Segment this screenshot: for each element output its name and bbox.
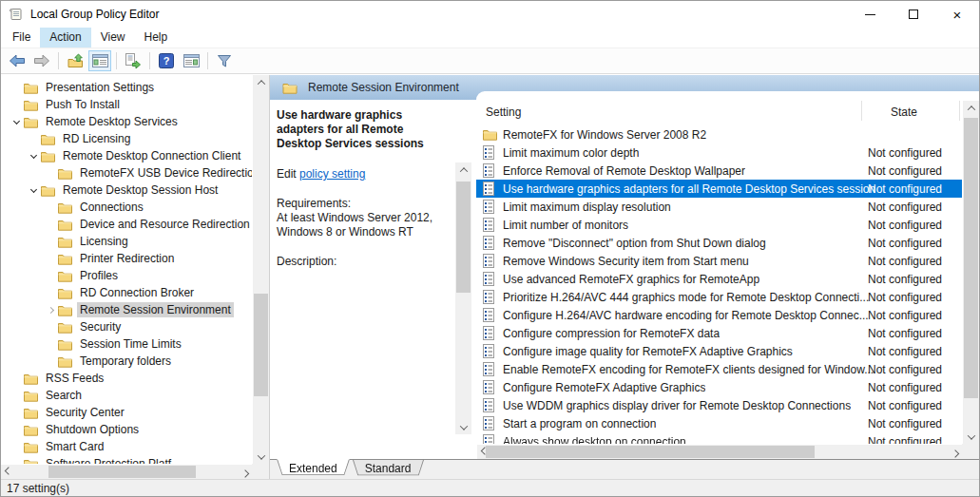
setting-row[interactable]: Configure image quality for RemoteFX Ada… xyxy=(476,342,962,360)
setting-label[interactable]: Prioritize H.264/AVC 444 graphics mode f… xyxy=(503,291,869,304)
tree-item-label[interactable]: RSS Feeds xyxy=(43,371,106,386)
setting-label[interactable]: Configure RemoteFX Adaptive Graphics xyxy=(503,381,705,394)
filter-button[interactable] xyxy=(213,50,236,71)
tree-item-label[interactable]: Shutdown Options xyxy=(43,422,142,437)
forward-button[interactable] xyxy=(30,50,53,71)
setting-label[interactable]: Enforce Removal of Remote Desktop Wallpa… xyxy=(503,164,745,178)
tree-item[interactable]: Security xyxy=(1,318,252,335)
view-tab[interactable]: Standard xyxy=(353,460,424,478)
tree-item[interactable]: Connections xyxy=(1,199,252,216)
tree-item[interactable]: Remote Session Environment xyxy=(1,301,252,318)
tree-item[interactable]: Remote Desktop Services xyxy=(1,113,252,130)
setting-row[interactable]: Prioritize H.264/AVC 444 graphics mode f… xyxy=(476,288,962,306)
maximize-button[interactable] xyxy=(892,1,935,28)
list-horizontal-scrollbar[interactable] xyxy=(477,445,962,459)
menu-item[interactable]: View xyxy=(91,28,135,48)
tree-item-label[interactable]: RD Licensing xyxy=(60,131,133,146)
setting-row[interactable]: Limit maximum display resolution Not con… xyxy=(476,198,962,216)
tree-item[interactable]: RSS Feeds xyxy=(1,370,252,387)
policy-setting-link[interactable]: policy setting xyxy=(299,167,365,181)
setting-row[interactable]: Enable RemoteFX encoding for RemoteFX cl… xyxy=(476,360,962,378)
setting-column-header[interactable]: Setting xyxy=(486,105,521,119)
tree-item-label[interactable]: Connections xyxy=(77,200,146,215)
tree-item[interactable]: Temporary folders xyxy=(1,353,252,370)
expand-chevron-icon[interactable] xyxy=(47,306,53,313)
tree-item[interactable]: Remote Desktop Session Host xyxy=(1,182,252,199)
setting-row[interactable]: Enforce Removal of Remote Desktop Wallpa… xyxy=(476,162,962,180)
show-console-tree-button[interactable] xyxy=(88,50,111,71)
tree-item-label[interactable]: Search xyxy=(43,388,85,403)
help-button[interactable]: ? xyxy=(155,50,178,71)
tree-item-label[interactable]: Remote Desktop Connection Client xyxy=(60,148,243,163)
tree-item-label[interactable]: Session Time Limits xyxy=(77,336,184,352)
setting-label[interactable]: Configure compression for RemoteFX data xyxy=(503,327,720,340)
column-divider[interactable] xyxy=(861,101,862,121)
setting-row[interactable]: RemoteFX for Windows Server 2008 R2 xyxy=(476,125,962,143)
tree-item-label[interactable]: Profiles xyxy=(77,268,121,283)
minimize-button[interactable] xyxy=(848,1,892,28)
setting-label[interactable]: RemoteFX for Windows Server 2008 R2 xyxy=(503,128,706,142)
tree-item[interactable]: Presentation Settings xyxy=(1,79,252,96)
tree-horizontal-scrollbar[interactable] xyxy=(1,465,252,479)
setting-label[interactable]: Configure H.264/AVC hardware encoding fo… xyxy=(503,309,869,322)
tree-item[interactable]: RD Connection Broker xyxy=(1,284,252,301)
tree-item-label[interactable]: Software Protection Platf xyxy=(43,456,174,464)
tree-item-label[interactable]: Smart Card xyxy=(43,439,106,454)
tree-item-label[interactable]: Remote Desktop Session Host xyxy=(60,182,221,198)
setting-label[interactable]: Limit maximum display resolution xyxy=(503,201,671,214)
close-button[interactable]: × xyxy=(935,1,979,28)
list-vertical-scrollbar[interactable] xyxy=(963,101,979,444)
setting-row[interactable]: Configure RemoteFX Adaptive Graphics Not… xyxy=(476,378,962,396)
setting-row[interactable]: Always show desktop on connection Not co… xyxy=(476,432,962,444)
tree-item-label[interactable]: Remote Session Environment xyxy=(77,302,234,317)
tree-item-label[interactable]: RD Connection Broker xyxy=(77,285,197,300)
tree-item[interactable]: Licensing xyxy=(1,233,252,250)
scroll-down-button[interactable] xyxy=(253,449,269,464)
tree-item-label[interactable]: Presentation Settings xyxy=(43,80,157,95)
tree-item[interactable]: Software Protection Platf xyxy=(1,455,252,464)
setting-row[interactable]: Remove "Disconnect" option from Shut Dow… xyxy=(476,234,962,252)
setting-row[interactable]: Remove Windows Security item from Start … xyxy=(476,252,962,270)
description-vertical-scrollbar[interactable] xyxy=(455,162,471,434)
tree-item-label[interactable]: Device and Resource Redirection xyxy=(77,217,252,232)
tree-item[interactable]: Remote Desktop Connection Client xyxy=(1,147,252,164)
scroll-right-button[interactable] xyxy=(948,445,962,459)
tree-item-label[interactable]: Push To Install xyxy=(43,97,123,112)
tree-vertical-scrollbar[interactable] xyxy=(253,75,269,464)
tree-item[interactable]: Session Time Limits xyxy=(1,335,252,353)
scroll-right-button[interactable] xyxy=(238,465,252,479)
setting-row[interactable]: Limit number of monitors Not configured xyxy=(476,216,962,234)
show-action-pane-button[interactable] xyxy=(180,50,202,71)
setting-row[interactable]: Start a program on connection Not config… xyxy=(476,414,962,432)
tree-item[interactable]: Security Center xyxy=(1,404,252,421)
expand-chevron-icon[interactable] xyxy=(12,117,19,124)
tree-item[interactable]: Printer Redirection xyxy=(1,250,252,267)
scroll-left-button[interactable] xyxy=(1,465,15,479)
tree-item[interactable]: Search xyxy=(1,387,252,404)
scrollbar-thumb[interactable] xyxy=(254,294,268,396)
up-one-level-button[interactable] xyxy=(64,50,86,71)
view-tab[interactable]: Extended xyxy=(277,460,350,478)
expand-chevron-icon[interactable] xyxy=(29,151,36,158)
setting-label[interactable]: Configure image quality for RemoteFX Ada… xyxy=(503,345,793,358)
tree-item[interactable]: Shutdown Options xyxy=(1,421,252,438)
export-list-button[interactable] xyxy=(122,50,144,71)
tree-item[interactable]: RD Licensing xyxy=(1,130,252,147)
setting-label[interactable]: Enable RemoteFX encoding for RemoteFX cl… xyxy=(503,363,874,376)
tree-item-label[interactable]: Printer Redirection xyxy=(77,251,177,266)
scroll-up-button[interactable] xyxy=(455,162,471,177)
setting-row[interactable]: Configure compression for RemoteFX data … xyxy=(476,324,962,342)
menu-item[interactable]: File xyxy=(3,28,40,48)
scroll-down-button[interactable] xyxy=(963,430,979,444)
setting-label[interactable]: Use hardware graphics adapters for all R… xyxy=(503,182,875,196)
setting-label[interactable]: Remove "Disconnect" option from Shut Dow… xyxy=(503,237,766,250)
setting-label[interactable]: Always show desktop on connection xyxy=(503,435,686,445)
tree-item-label[interactable]: Remote Desktop Services xyxy=(43,114,181,129)
setting-label[interactable]: Start a program on connection xyxy=(503,417,656,430)
tree-item[interactable]: Push To Install xyxy=(1,96,252,113)
setting-row[interactable]: Use advanced RemoteFX graphics for Remot… xyxy=(476,270,962,288)
setting-label[interactable]: Limit maximum color depth xyxy=(503,146,639,160)
setting-row[interactable]: Limit maximum color depth Not configured xyxy=(476,143,962,162)
state-column-header[interactable]: State xyxy=(891,105,917,119)
scroll-down-button[interactable] xyxy=(455,420,471,434)
